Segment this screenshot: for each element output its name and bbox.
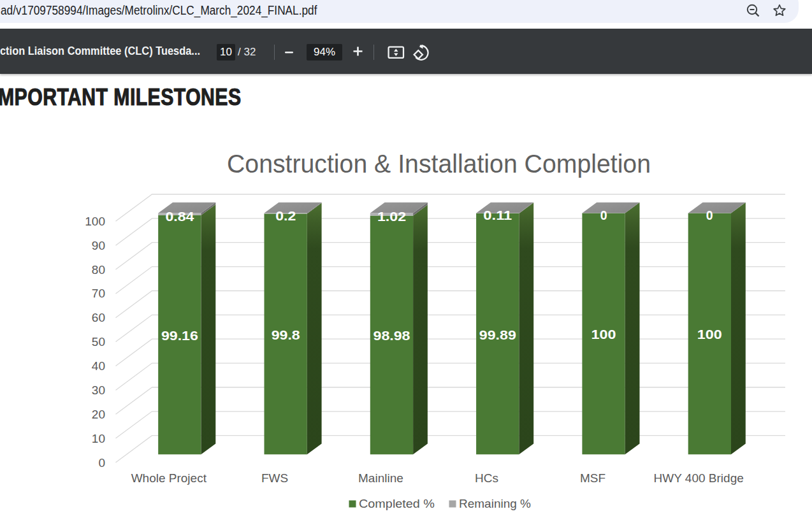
svg-text:0: 0 <box>600 208 607 222</box>
svg-text:Completed %: Completed % <box>359 497 435 510</box>
svg-text:Construction & Installation Co: Construction & Installation Completion <box>227 149 651 178</box>
svg-text:30: 30 <box>92 383 105 397</box>
svg-text:60: 60 <box>92 311 105 324</box>
svg-text:MSF: MSF <box>580 471 605 485</box>
svg-text:80: 80 <box>92 263 105 276</box>
svg-text:100: 100 <box>85 215 105 228</box>
svg-text:99.89: 99.89 <box>479 328 516 342</box>
svg-text:HCs: HCs <box>475 471 498 485</box>
svg-text:100: 100 <box>697 327 722 341</box>
svg-text:100: 100 <box>591 327 616 341</box>
svg-text:Whole Project: Whole Project <box>131 471 207 485</box>
svg-text:0.2: 0.2 <box>275 209 296 223</box>
svg-text:99.16: 99.16 <box>161 329 198 343</box>
svg-text:0.11: 0.11 <box>483 208 512 222</box>
svg-text:Remaining %: Remaining % <box>459 497 531 510</box>
svg-text:0: 0 <box>98 456 105 469</box>
svg-text:1.02: 1.02 <box>377 210 406 224</box>
svg-text:0.84: 0.84 <box>165 210 194 224</box>
svg-text:99.8: 99.8 <box>272 328 300 342</box>
svg-text:10: 10 <box>92 432 105 445</box>
svg-text:Mainline: Mainline <box>358 471 403 485</box>
svg-text:90: 90 <box>92 239 105 252</box>
svg-text:FWS: FWS <box>261 471 288 485</box>
svg-text:20: 20 <box>92 408 105 421</box>
svg-text:0: 0 <box>706 208 713 222</box>
svg-text:50: 50 <box>92 335 105 348</box>
svg-text:40: 40 <box>92 359 105 373</box>
svg-text:70: 70 <box>92 287 105 300</box>
svg-text:98.98: 98.98 <box>373 329 410 343</box>
svg-text:HWY 400 Bridge: HWY 400 Bridge <box>654 471 744 485</box>
